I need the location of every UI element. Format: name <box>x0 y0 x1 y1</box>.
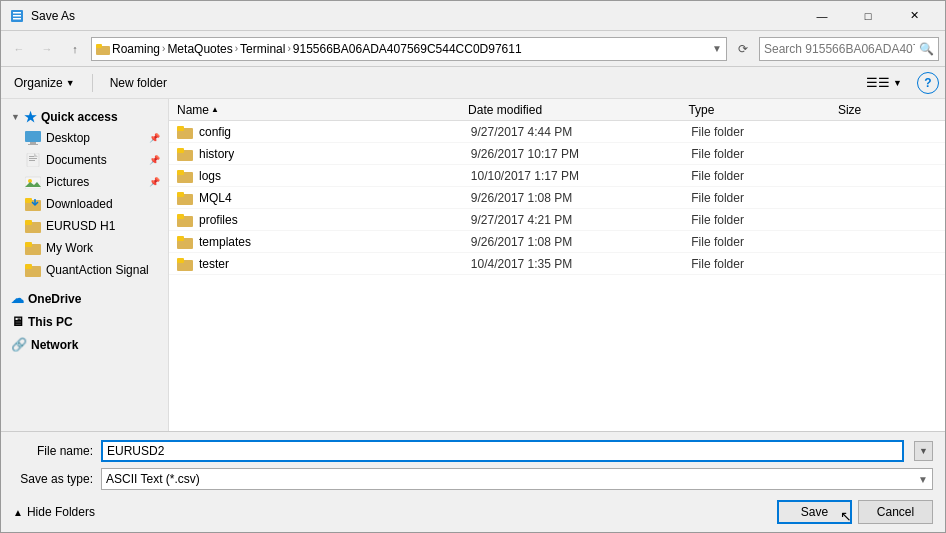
file-row[interactable]: MQL4 9/26/2017 1:08 PM File folder <box>169 187 945 209</box>
breadcrumb-part: MetaQuotes <box>167 42 232 56</box>
sidebar-item-pictures[interactable]: Pictures 📌 <box>1 171 168 193</box>
header-name[interactable]: Name ▲ <box>173 101 464 119</box>
address-bar-row: ← → ↑ Roaming › MetaQuotes › Terminal › … <box>1 31 945 67</box>
file-row[interactable]: logs 10/10/2017 1:17 PM File folder <box>169 165 945 187</box>
sidebar-section-quick-access[interactable]: ▼ ★ Quick access <box>1 103 168 127</box>
file-type: File folder <box>691 169 838 183</box>
header-size[interactable]: Size <box>834 101 941 119</box>
organize-dropdown-icon: ▼ <box>66 78 75 88</box>
savetype-select[interactable]: ASCII Text (*.csv) ▼ <box>101 468 933 490</box>
address-dropdown-arrow[interactable]: ▼ <box>712 43 722 54</box>
file-name: MQL4 <box>199 191 232 205</box>
organize-button[interactable]: Organize ▼ <box>7 72 82 94</box>
refresh-button[interactable]: ⟳ <box>731 37 755 61</box>
pictures-pin-icon: 📌 <box>149 177 160 187</box>
svg-rect-7 <box>30 142 36 144</box>
window-controls: — □ ✕ <box>799 1 937 31</box>
svg-rect-16 <box>25 198 32 203</box>
sidebar-item-downloaded[interactable]: Downloaded <box>1 193 168 215</box>
header-date[interactable]: Date modified <box>464 101 684 119</box>
new-folder-button[interactable]: New folder <box>103 72 174 94</box>
sidebar-item-desktop[interactable]: Desktop 📌 <box>1 127 168 149</box>
toolbar-separator <box>92 74 93 92</box>
bottom-buttons: ▲ Hide Folders Save ↖ Cancel <box>13 496 933 524</box>
svg-rect-11 <box>29 158 37 159</box>
sidebar-item-eurusd[interactable]: EURUSD H1 <box>1 215 168 237</box>
file-row[interactable]: config 9/27/2017 4:44 PM File folder <box>169 121 945 143</box>
close-button[interactable]: ✕ <box>891 1 937 31</box>
sidebar-desktop-label: Desktop <box>46 131 90 145</box>
file-type: File folder <box>691 235 838 249</box>
file-date: 9/26/2017 10:17 PM <box>471 147 691 161</box>
svg-rect-29 <box>177 170 184 175</box>
sort-arrow-name: ▲ <box>211 105 219 114</box>
sidebar-network[interactable]: 🔗 Network <box>1 331 168 354</box>
svg-rect-25 <box>177 126 184 131</box>
address-box[interactable]: Roaming › MetaQuotes › Terminal › 915566… <box>91 37 727 61</box>
sidebar-this-pc[interactable]: 🖥 This PC <box>1 308 168 331</box>
file-row[interactable]: history 9/26/2017 10:17 PM File folder <box>169 143 945 165</box>
view-button[interactable]: ☰☰ ▼ <box>859 72 909 94</box>
file-row[interactable]: profiles 9/27/2017 4:21 PM File folder <box>169 209 945 231</box>
file-type: File folder <box>691 125 838 139</box>
sidebar-item-work[interactable]: My Work <box>1 237 168 259</box>
quick-access-chevron: ▼ <box>11 112 20 122</box>
forward-button[interactable]: → <box>35 37 59 61</box>
sidebar: ▼ ★ Quick access Desktop 📌 <box>1 99 169 431</box>
svg-rect-35 <box>177 236 184 241</box>
desktop-icon <box>25 130 41 146</box>
title-bar: Save As — □ ✕ <box>1 1 945 31</box>
file-type: File folder <box>691 213 838 227</box>
network-label: Network <box>31 338 78 352</box>
cancel-button[interactable]: Cancel <box>858 500 933 524</box>
filename-input[interactable] <box>101 440 904 462</box>
save-button[interactable]: Save ↖ <box>777 500 852 524</box>
save-as-dialog: Save As — □ ✕ ← → ↑ Roaming › MetaQuotes… <box>0 0 946 533</box>
filename-dropdown-arrow[interactable]: ▼ <box>914 441 933 461</box>
window-icon <box>9 8 25 24</box>
folder-icon <box>177 213 193 227</box>
svg-rect-5 <box>96 44 102 48</box>
up-button[interactable]: ↑ <box>63 37 87 61</box>
search-input[interactable] <box>764 42 915 56</box>
file-name: config <box>199 125 231 139</box>
this-pc-label: This PC <box>28 315 73 329</box>
documents-icon <box>25 152 41 168</box>
maximize-button[interactable]: □ <box>845 1 891 31</box>
sidebar-quant-label: QuantAction Signal <box>46 263 149 277</box>
header-type[interactable]: Type <box>684 101 834 119</box>
file-date: 9/26/2017 1:08 PM <box>471 191 691 205</box>
file-name: history <box>199 147 234 161</box>
help-button[interactable]: ? <box>917 72 939 94</box>
svg-rect-21 <box>25 242 32 247</box>
quant-folder-icon <box>25 262 41 278</box>
svg-rect-1 <box>13 15 21 17</box>
file-row[interactable]: tester 10/4/2017 1:35 PM File folder <box>169 253 945 275</box>
svg-rect-3 <box>13 12 21 14</box>
minimize-button[interactable]: — <box>799 1 845 31</box>
work-folder-icon <box>25 240 41 256</box>
back-button[interactable]: ← <box>7 37 31 61</box>
file-date: 9/27/2017 4:44 PM <box>471 125 691 139</box>
filename-row: File name: ▼ <box>13 440 933 462</box>
main-content: ▼ ★ Quick access Desktop 📌 <box>1 99 945 431</box>
quick-access-star-icon: ★ <box>24 109 37 125</box>
savetype-label: Save as type: <box>13 472 93 486</box>
svg-rect-37 <box>177 258 184 263</box>
hide-folders-chevron: ▲ <box>13 507 23 518</box>
file-list-header: Name ▲ Date modified Type Size <box>169 99 945 121</box>
file-rows-container: config 9/27/2017 4:44 PM File folder his… <box>169 121 945 275</box>
quick-access-label: Quick access <box>41 110 118 124</box>
svg-rect-19 <box>25 220 32 225</box>
hide-folders-button[interactable]: ▲ Hide Folders <box>13 505 771 519</box>
sidebar-item-quant[interactable]: QuantAction Signal <box>1 259 168 281</box>
sidebar-item-documents[interactable]: Documents 📌 <box>1 149 168 171</box>
file-date: 9/27/2017 4:21 PM <box>471 213 691 227</box>
folder-icon <box>177 169 193 183</box>
documents-pin-icon: 📌 <box>149 155 160 165</box>
sidebar-downloaded-label: Downloaded <box>46 197 113 211</box>
search-box[interactable]: 🔍 <box>759 37 939 61</box>
file-row[interactable]: templates 9/26/2017 1:08 PM File folder <box>169 231 945 253</box>
folder-icon <box>177 257 193 271</box>
sidebar-onedrive[interactable]: ☁ OneDrive <box>1 285 168 308</box>
